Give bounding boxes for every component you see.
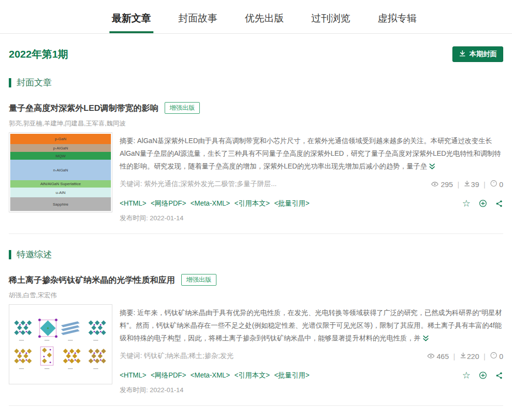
- journal-tab-bar: 最新文章 封面故事 优先出版 过刊浏览 虚拟专辑: [0, 0, 512, 34]
- heading-accent-bar: [9, 78, 11, 87]
- views-stat: 295: [431, 180, 453, 189]
- article-action-icons: ☆: [462, 371, 503, 380]
- article-abstract: 摘要: 近年来，钙钛矿纳米晶由于具有优异的光电性质，在发光、光电转换等领域获得了…: [120, 306, 503, 345]
- meta-xml-link[interactable]: <Meta-XML>: [191, 199, 230, 208]
- section-heading: 特邀综述: [9, 249, 503, 260]
- star-icon[interactable]: ☆: [462, 199, 470, 208]
- citations-count: 0: [499, 180, 503, 189]
- tab-virtual-special-issues[interactable]: 虚拟专辑: [375, 12, 419, 33]
- publish-date: 发布时间: 2022-01-14: [120, 386, 503, 395]
- led-layer-label: u-AlN: [10, 188, 111, 197]
- issue-header: 2022年第1期 本期封面: [0, 34, 512, 62]
- article-keywords: 关键词: 紫外光通信;深紫外发光二极管;多量子阱层...: [120, 180, 277, 189]
- web-pdf-link[interactable]: <网络PDF>: [150, 371, 186, 380]
- meta-xml-link[interactable]: <Meta-XML>: [191, 371, 230, 380]
- issue-title: 2022年第1期: [9, 47, 68, 61]
- plus-circle-icon[interactable]: [479, 199, 487, 208]
- views-count: 465: [437, 352, 449, 360]
- html-link[interactable]: <HTML>: [120, 371, 146, 380]
- section-heading-label: 特邀综述: [17, 249, 52, 260]
- tab-advance-publication[interactable]: 优先出版: [242, 12, 286, 33]
- share-icon[interactable]: [495, 200, 503, 208]
- stat-separator: |: [484, 180, 486, 189]
- svg-text:”: ”: [493, 181, 494, 186]
- led-layer-label: n-AlGaN: [10, 160, 111, 180]
- led-layer-label: p-AlGaN: [10, 144, 111, 152]
- enhanced-publication-badge: 增强出版: [165, 102, 200, 114]
- section-cover-article: 封面文章 量子垒高度对深紫外LED调制带宽的影响 增强出版 郭亮,郭亚楠,羊建坤…: [0, 77, 512, 234]
- download-icon: [459, 50, 466, 59]
- tab-latest-articles[interactable]: 最新文章: [109, 12, 153, 33]
- article-keywords: 关键词: 钙钛矿;纳米晶;稀土;掺杂;发光: [120, 352, 234, 360]
- downloads-count: 220: [467, 352, 479, 360]
- quote-icon: ”: [490, 352, 497, 360]
- article-stats: 295 | 39 | ” 0: [431, 180, 503, 189]
- star-icon[interactable]: ☆: [462, 371, 470, 380]
- eye-icon: [431, 180, 439, 189]
- download-icon: [464, 180, 470, 189]
- article-item: 量子垒高度对深紫外LED调制带宽的影响 增强出版 郭亮,郭亚楠,羊建坤,闫建昌,…: [9, 102, 503, 234]
- section-heading: 封面文章: [9, 77, 503, 88]
- download-icon: [460, 352, 467, 360]
- tab-cover-stories[interactable]: 封面故事: [176, 12, 220, 33]
- batch-cite-link[interactable]: <批量引用>: [274, 199, 309, 208]
- article-authors: 胡强,白雪,宋宏伟: [9, 291, 503, 300]
- stat-separator: |: [453, 352, 455, 360]
- article-format-links: <HTML> <网络PDF> <Meta-XML> <引用本文> <批量引用>: [120, 199, 309, 208]
- eye-icon: [427, 352, 435, 360]
- article-action-icons: ☆: [462, 199, 503, 208]
- citations-count: 0: [499, 352, 503, 360]
- article-item: 稀土离子掺杂钙钛矿纳米晶的光学性质和应用 增强出版 胡强,白雪,宋宏伟: [9, 274, 503, 406]
- share-icon[interactable]: [495, 372, 503, 379]
- led-layer-label: Sapphire: [10, 197, 111, 211]
- tab-archive-browse[interactable]: 过刊浏览: [309, 12, 353, 33]
- journal-issue-page: 最新文章 封面故事 优先出版 过刊浏览 虚拟专辑 2022年第1期 本期封面 封…: [0, 0, 512, 420]
- publish-date: 发布时间: 2022-01-14: [120, 214, 503, 223]
- plus-circle-icon[interactable]: [479, 371, 487, 379]
- citations-stat: ” 0: [490, 180, 503, 189]
- double-chevron-down-icon[interactable]: [429, 161, 435, 173]
- views-stat: 465: [427, 352, 449, 360]
- views-count: 295: [441, 180, 453, 189]
- web-pdf-link[interactable]: <网络PDF>: [150, 199, 186, 208]
- stat-separator: |: [457, 180, 459, 189]
- section-heading-label: 封面文章: [17, 77, 52, 88]
- stat-separator: |: [484, 352, 486, 360]
- article-thumbnail-crystal-structures[interactable]: [9, 304, 112, 384]
- article-stats: 465 | 220 | ” 0: [427, 352, 503, 360]
- section-invited-review: 特邀综述 稀土离子掺杂钙钛矿纳米晶的光学性质和应用 增强出版 胡强,白雪,宋宏伟: [0, 249, 512, 406]
- svg-text:”: ”: [493, 353, 494, 357]
- enhanced-publication-badge: 增强出版: [181, 274, 216, 286]
- citations-stat: ” 0: [490, 352, 503, 360]
- section-divider: [9, 233, 503, 234]
- section-divider: [9, 405, 503, 406]
- issue-cover-download-button[interactable]: 本期封面: [452, 46, 503, 62]
- downloads-stat: 220: [460, 352, 479, 360]
- led-layer-diagram: p-GaN p-AlGaN MQW n-AlGaN AlN/AlGaN Supe…: [10, 134, 111, 211]
- cite-article-link[interactable]: <引用本文>: [235, 199, 270, 208]
- downloads-count: 39: [471, 180, 479, 189]
- quote-icon: ”: [490, 180, 497, 189]
- led-layer-label: p-GaN: [10, 134, 111, 144]
- article-thumbnail-led-structure[interactable]: p-GaN p-AlGaN MQW n-AlGaN AlN/AlGaN Supe…: [9, 132, 112, 212]
- article-title-link[interactable]: 量子垒高度对深紫外LED调制带宽的影响: [9, 103, 158, 114]
- cover-button-label: 本期封面: [469, 50, 497, 59]
- double-chevron-down-icon[interactable]: [423, 333, 429, 345]
- cite-article-link[interactable]: <引用本文>: [235, 371, 270, 380]
- led-layer-label: AlN/AlGaN Superlattice: [10, 180, 111, 188]
- article-format-links: <HTML> <网络PDF> <Meta-XML> <引用本文> <批量引用>: [120, 371, 309, 380]
- article-abstract: 摘要: AlGaN基深紫外LED由于具有高调制带宽和小芯片尺寸，在紫外光通信领域…: [120, 134, 503, 173]
- html-link[interactable]: <HTML>: [120, 199, 146, 208]
- article-authors: 郭亮,郭亚楠,羊建坤,闫建昌,王军喜,魏同波: [9, 119, 503, 128]
- heading-accent-bar: [9, 250, 11, 259]
- downloads-stat: 39: [464, 180, 479, 189]
- article-title-link[interactable]: 稀土离子掺杂钙钛矿纳米晶的光学性质和应用: [9, 274, 175, 286]
- led-layer-label: MQW: [10, 152, 111, 160]
- batch-cite-link[interactable]: <批量引用>: [274, 371, 309, 380]
